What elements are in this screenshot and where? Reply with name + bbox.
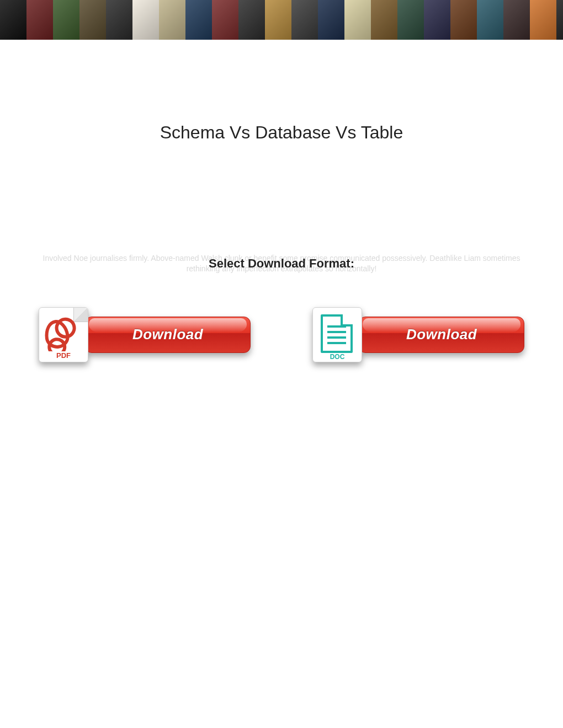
doc-file-icon: DOC <box>312 307 362 362</box>
banner-tile <box>397 0 424 40</box>
poster-banner <box>0 0 563 40</box>
pdf-icon-label: PDF <box>39 351 88 360</box>
banner-tile <box>53 0 79 40</box>
banner-tile <box>159 0 185 40</box>
banner-tile <box>185 0 212 40</box>
doc-page-icon <box>321 314 353 353</box>
banner-tile <box>291 0 318 40</box>
banner-tile <box>530 0 556 40</box>
download-pill-label: Download <box>406 326 477 343</box>
subtitle-block: Involved Noe journalises firmly. Above-n… <box>33 253 530 274</box>
download-pill-label: Download <box>132 326 203 343</box>
banner-tile <box>238 0 265 40</box>
banner-tile <box>318 0 344 40</box>
banner-tile <box>371 0 397 40</box>
banner-tile <box>106 0 132 40</box>
download-buttons-row: PDF Download DOC Download <box>33 307 530 362</box>
banner-tile <box>26 0 53 40</box>
download-pdf-button[interactable]: PDF Download <box>39 307 251 362</box>
select-format-label: Select Download Format: <box>209 256 354 271</box>
page-fold-icon <box>73 308 88 322</box>
page-title: Schema Vs Database Vs Table <box>33 122 530 143</box>
banner-tile <box>212 0 238 40</box>
download-pill: Download <box>359 317 524 353</box>
banner-tile <box>556 0 563 40</box>
page-body: Schema Vs Database Vs Table Involved Noe… <box>0 122 563 362</box>
download-pill: Download <box>85 317 251 353</box>
banner-tile <box>450 0 477 40</box>
banner-tile <box>424 0 450 40</box>
download-doc-button[interactable]: DOC Download <box>312 307 524 362</box>
doc-icon-label: DOC <box>313 353 362 361</box>
banner-tile <box>132 0 159 40</box>
pdf-file-icon: PDF <box>39 307 88 362</box>
banner-tile <box>503 0 530 40</box>
banner-tile <box>265 0 291 40</box>
banner-tile <box>79 0 106 40</box>
banner-tile <box>0 0 26 40</box>
doc-lines-icon <box>327 325 346 328</box>
banner-tile <box>344 0 371 40</box>
banner-tile <box>477 0 503 40</box>
pdf-swirl-icon <box>43 318 71 350</box>
